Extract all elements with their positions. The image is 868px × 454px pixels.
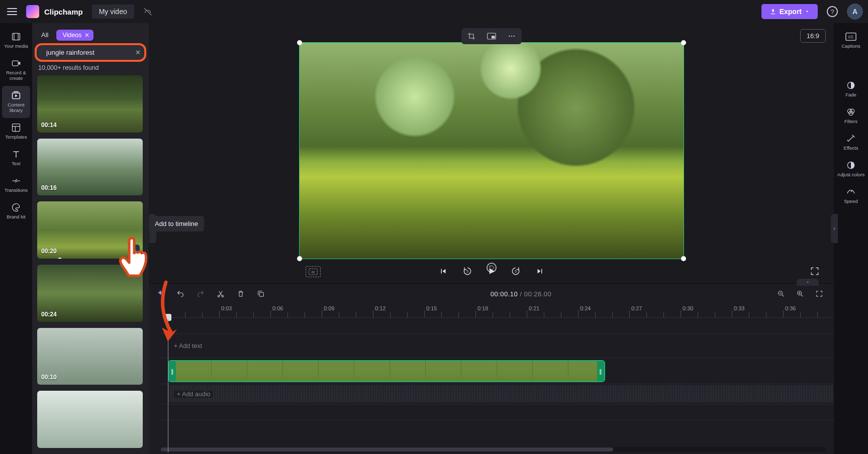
panel-effects[interactable]: Effects — [837, 129, 865, 156]
panel-captions[interactable]: CC Captions — [837, 27, 865, 54]
menu-button[interactable] — [5, 5, 19, 19]
panel-fade[interactable]: Fade — [837, 76, 865, 102]
filter-chip-label: Videos — [62, 32, 81, 39]
add-audio-hint[interactable]: + Add audio — [174, 391, 213, 398]
stock-video-thumb[interactable]: 00:10 — [37, 328, 143, 385]
video-preview[interactable] — [299, 42, 684, 259]
ruler-tick — [373, 310, 373, 317]
ruler-tick — [527, 310, 527, 317]
more-button[interactable] — [502, 28, 522, 44]
nav-label: Record & create — [2, 70, 30, 81]
rewind-5s-button[interactable]: 5 — [461, 265, 473, 277]
export-button-label: Export — [780, 8, 802, 16]
skip-start-button[interactable] — [437, 265, 449, 277]
app-name: Clipchamp — [44, 8, 83, 16]
clear-search-button[interactable]: ✕ — [135, 49, 141, 56]
captions-toggle[interactable]: cc — [306, 266, 321, 277]
panel-label: Fade — [845, 92, 856, 97]
resize-handle[interactable] — [297, 40, 302, 45]
current-time: 00:00.10 — [491, 290, 518, 298]
add-to-timeline-button[interactable]: + — [129, 245, 140, 256]
timeline-panel: 00:00.10 / 00:26.00 0:030:060:090:120:15… — [149, 283, 834, 454]
svg-rect-3 — [13, 124, 20, 132]
stock-video-thumb[interactable]: 00:14 — [37, 75, 143, 133]
nav-brand-kit[interactable]: Brand kit — [2, 198, 30, 224]
stock-video-thumb[interactable] — [37, 391, 143, 448]
nav-transitions[interactable]: Transitions — [2, 171, 30, 198]
cc-icon: CC — [845, 31, 856, 42]
audio-waveform — [168, 385, 834, 402]
ruler-label: 0:03 — [221, 305, 232, 311]
add-text-hint[interactable]: + Add text — [174, 343, 202, 350]
nav-your-media[interactable]: Your media — [2, 27, 30, 54]
nav-record-create[interactable]: Record & create — [2, 54, 30, 86]
clipchamp-logo — [26, 5, 39, 18]
svg-point-14 — [218, 295, 219, 297]
timeline-collapse-toggle[interactable] — [797, 279, 819, 286]
filter-chip-videos[interactable]: Videos ✕ — [56, 30, 93, 41]
panel-speed[interactable]: Speed — [837, 182, 865, 209]
content-library-panel: All Videos ✕ ✕ 10,000+ results found 00:… — [32, 23, 149, 454]
duplicate-button[interactable] — [254, 287, 267, 300]
zoom-fit-button[interactable] — [813, 287, 826, 300]
timeline-ruler[interactable]: 0:030:060:090:120:150:180:210:240:270:30… — [161, 304, 834, 318]
svg-text:5: 5 — [466, 270, 468, 273]
user-avatar[interactable]: A — [847, 4, 863, 20]
text-lane[interactable]: + Add text — [161, 334, 834, 358]
nav-templates[interactable]: Templates — [2, 118, 30, 145]
ruler-tick — [629, 310, 630, 317]
ruler-label: 0:06 — [272, 305, 283, 311]
project-title[interactable]: My video — [92, 5, 134, 19]
clip-trim-right[interactable]: ‖ — [597, 361, 604, 381]
ai-magic-button[interactable] — [154, 287, 167, 300]
resize-handle[interactable] — [681, 40, 686, 45]
svg-text:5: 5 — [515, 270, 517, 273]
zoom-in-button[interactable] — [794, 287, 807, 300]
pip-button[interactable] — [481, 28, 502, 44]
chevron-down-icon — [805, 9, 810, 14]
skip-end-button[interactable] — [534, 265, 546, 277]
chevron-down-icon — [805, 280, 811, 284]
redo-button[interactable] — [194, 287, 207, 300]
video-clip[interactable]: ‖ ‖ — [168, 360, 605, 382]
help-button[interactable]: ? — [824, 3, 841, 20]
forward-5s-button[interactable]: 5 — [510, 265, 522, 277]
left-nav-rail: Your media Record & create Content libra… — [0, 23, 32, 454]
play-button[interactable] — [486, 265, 498, 277]
right-panel-collapse[interactable]: › — [831, 214, 838, 243]
svg-rect-16 — [259, 292, 263, 296]
stock-video-thumb[interactable]: 00:20 + — [37, 201, 143, 259]
clip-trim-left[interactable]: ‖ — [169, 361, 176, 381]
filter-chip-all[interactable]: All — [38, 29, 51, 41]
close-icon[interactable]: ✕ — [84, 32, 89, 39]
delete-button[interactable] — [234, 287, 247, 300]
thumb-duration: 00:24 — [41, 311, 57, 318]
audio-lane[interactable]: + Add audio — [161, 384, 834, 404]
crop-button[interactable] — [461, 28, 481, 44]
stock-video-thumb[interactable]: 00:24 — [37, 265, 143, 322]
panel-label: Adjust colors — [837, 172, 864, 177]
export-button[interactable]: Export — [761, 4, 818, 19]
library-icon — [11, 90, 22, 101]
video-lane[interactable]: ‖ ‖ — [161, 358, 834, 384]
panel-filters[interactable]: Filters — [837, 102, 865, 129]
timeline-scrollbar[interactable] — [161, 447, 826, 452]
templates-icon — [11, 122, 22, 133]
nav-label: Templates — [5, 134, 27, 140]
svg-point-9 — [513, 36, 514, 37]
split-button[interactable] — [214, 287, 227, 300]
record-icon — [11, 58, 22, 69]
fullscreen-button[interactable] — [810, 266, 821, 277]
stock-video-thumb[interactable]: 00:16 — [37, 139, 143, 196]
ruler-label: 0:09 — [324, 305, 334, 311]
nav-content-library[interactable]: Content library — [2, 86, 30, 118]
ruler-label: 0:30 — [683, 305, 693, 311]
panel-adjust-colors[interactable]: Adjust colors — [837, 156, 865, 182]
nav-text[interactable]: Text — [2, 145, 30, 171]
aspect-ratio-selector[interactable]: 16:9 — [800, 29, 826, 43]
ruler-tick — [270, 310, 271, 317]
undo-button[interactable] — [174, 287, 187, 300]
svg-point-8 — [511, 36, 512, 37]
search-input[interactable] — [46, 49, 131, 56]
zoom-out-button[interactable] — [775, 287, 788, 300]
